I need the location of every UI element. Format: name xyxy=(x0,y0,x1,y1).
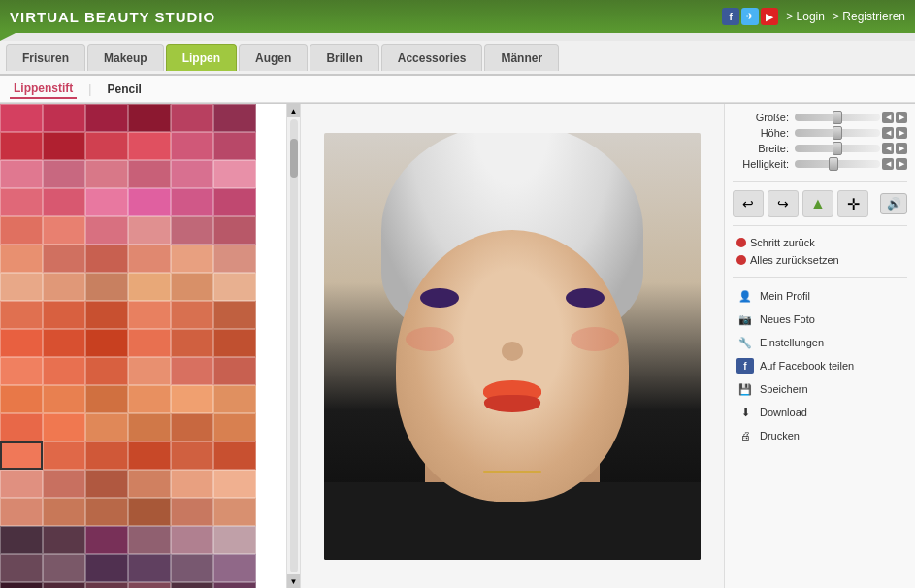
color-swatch[interactable] xyxy=(171,498,213,526)
color-swatch[interactable] xyxy=(213,470,256,498)
color-swatch[interactable] xyxy=(171,104,213,132)
color-swatch[interactable] xyxy=(85,441,128,470)
color-swatch[interactable] xyxy=(85,554,128,582)
speichern-button[interactable]: 💾 Speichern xyxy=(733,378,907,400)
color-swatch[interactable] xyxy=(213,413,256,441)
color-swatch[interactable] xyxy=(43,216,85,245)
color-swatch[interactable] xyxy=(213,160,256,188)
color-swatch[interactable] xyxy=(128,104,171,132)
color-swatch[interactable] xyxy=(0,498,43,526)
color-swatch[interactable] xyxy=(85,413,128,441)
color-swatch[interactable] xyxy=(171,582,213,588)
color-swatch[interactable] xyxy=(171,441,213,470)
color-swatch[interactable] xyxy=(85,216,128,245)
color-swatch[interactable] xyxy=(0,104,43,132)
color-swatch[interactable] xyxy=(171,188,213,216)
facebook-share-button[interactable]: f Auf Facebook teilen xyxy=(733,355,907,376)
color-swatch[interactable] xyxy=(213,329,256,357)
color-swatch[interactable] xyxy=(85,160,128,188)
tab-brillen[interactable]: Brillen xyxy=(310,44,378,71)
subnav-pencil[interactable]: Pencil xyxy=(103,81,145,98)
color-swatch[interactable] xyxy=(0,413,43,441)
hoehe-handle[interactable] xyxy=(833,126,842,140)
color-swatch[interactable] xyxy=(43,357,85,385)
groesse-track[interactable] xyxy=(795,114,880,121)
color-swatch[interactable] xyxy=(0,245,43,273)
color-swatch[interactable] xyxy=(0,470,43,498)
tab-accessories[interactable]: Accessories xyxy=(381,44,483,71)
color-swatch[interactable] xyxy=(0,329,43,357)
color-swatch[interactable] xyxy=(128,160,171,188)
color-swatch[interactable] xyxy=(213,132,256,160)
color-swatch[interactable] xyxy=(128,357,171,385)
breite-right[interactable]: ▶ xyxy=(896,143,907,154)
scroll-down-arrow[interactable]: ▼ xyxy=(287,574,301,588)
color-swatch[interactable] xyxy=(43,498,85,526)
mein-profil-button[interactable]: 👤 Mein Profil xyxy=(733,285,907,307)
color-swatch[interactable] xyxy=(43,413,85,441)
color-swatch[interactable] xyxy=(213,357,256,385)
color-swatch[interactable] xyxy=(213,245,256,273)
drucken-button[interactable]: 🖨 Drucken xyxy=(733,425,907,446)
color-swatch[interactable] xyxy=(128,329,171,357)
color-swatch[interactable] xyxy=(213,385,256,413)
color-swatch[interactable] xyxy=(43,104,85,132)
color-swatch[interactable] xyxy=(43,582,85,588)
color-swatch[interactable] xyxy=(128,582,171,588)
tab-augen[interactable]: Augen xyxy=(239,44,308,71)
color-swatch[interactable] xyxy=(171,329,213,357)
color-swatch[interactable] xyxy=(0,301,43,329)
color-swatch[interactable] xyxy=(213,216,256,245)
helligkeit-handle[interactable] xyxy=(829,157,838,171)
color-swatch[interactable] xyxy=(171,385,213,413)
color-swatch[interactable] xyxy=(85,498,128,526)
color-swatch[interactable] xyxy=(85,526,128,554)
color-swatch[interactable] xyxy=(128,470,171,498)
color-swatch[interactable] xyxy=(128,301,171,329)
color-swatch[interactable] xyxy=(43,470,85,498)
color-swatch[interactable] xyxy=(213,104,256,132)
color-swatch[interactable] xyxy=(43,188,85,216)
color-swatch[interactable] xyxy=(85,470,128,498)
color-swatch[interactable] xyxy=(0,526,43,554)
groesse-left[interactable]: ◀ xyxy=(882,112,894,123)
breite-track[interactable] xyxy=(795,145,880,152)
flip-button[interactable]: ▲ xyxy=(802,190,833,217)
color-swatch[interactable] xyxy=(171,470,213,498)
color-swatch[interactable] xyxy=(85,385,128,413)
undo-button[interactable]: ↩ xyxy=(733,190,764,217)
color-swatch[interactable] xyxy=(213,441,256,470)
color-swatch[interactable] xyxy=(0,582,43,588)
scroll-up-arrow[interactable]: ▲ xyxy=(287,104,301,117)
download-button[interactable]: ⬇ Download xyxy=(733,402,907,423)
palette-scrollbar[interactable]: ▲ ▼ xyxy=(286,104,300,588)
color-swatch[interactable] xyxy=(171,357,213,385)
color-swatch[interactable] xyxy=(171,526,213,554)
color-swatch[interactable] xyxy=(43,526,85,554)
color-swatch[interactable] xyxy=(0,216,43,245)
helligkeit-track[interactable] xyxy=(795,160,880,168)
color-swatch[interactable] xyxy=(171,273,213,301)
color-swatch[interactable] xyxy=(213,582,256,588)
color-swatch[interactable] xyxy=(43,329,85,357)
youtube-icon[interactable]: ▶ xyxy=(761,8,778,25)
color-swatch[interactable] xyxy=(171,132,213,160)
tab-maenner[interactable]: Männer xyxy=(484,44,559,71)
color-swatch[interactable] xyxy=(0,132,43,160)
color-swatch[interactable] xyxy=(213,301,256,329)
hoehe-right[interactable]: ▶ xyxy=(896,127,907,139)
color-swatch[interactable] xyxy=(128,441,171,470)
groesse-handle[interactable] xyxy=(833,111,842,124)
color-swatch[interactable] xyxy=(85,329,128,357)
tab-lippen[interactable]: Lippen xyxy=(166,44,237,71)
color-swatch[interactable] xyxy=(0,357,43,385)
color-swatch[interactable] xyxy=(128,132,171,160)
color-swatch[interactable] xyxy=(85,301,128,329)
color-swatch[interactable] xyxy=(85,273,128,301)
login-button[interactable]: > Login xyxy=(786,10,825,23)
redo-button[interactable]: ↪ xyxy=(768,190,799,217)
color-swatch[interactable] xyxy=(128,216,171,245)
color-swatch[interactable] xyxy=(0,160,43,188)
color-swatch[interactable] xyxy=(0,441,43,470)
hoehe-left[interactable]: ◀ xyxy=(882,127,894,139)
